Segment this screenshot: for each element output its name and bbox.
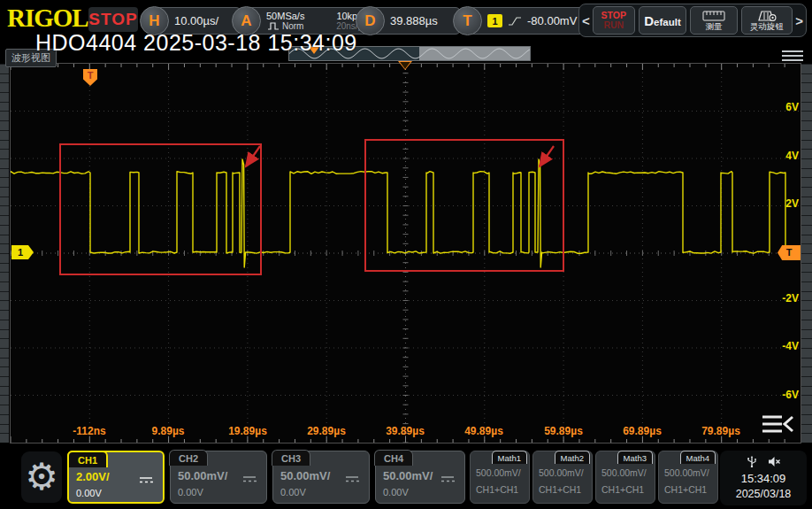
volt-label: 6V xyxy=(769,101,799,113)
math-card-math3[interactable]: Math3 500.00mV/ CH1+CH1 xyxy=(595,451,655,504)
acquire-mode: Norm xyxy=(282,21,303,31)
system-time: 15:34:09 xyxy=(720,472,807,485)
trigger-key[interactable]: T xyxy=(453,6,482,35)
view-menu-icon[interactable] xyxy=(782,50,803,63)
ch2-scale: 50.00mV/ xyxy=(178,469,227,482)
ch3-coupling-icon xyxy=(344,471,360,487)
time-label: 59.89µs xyxy=(544,425,583,437)
math-card-math2[interactable]: Math2 500.00mV/ CH1+CH1 xyxy=(532,451,593,504)
math4-source: CH1+CH1 xyxy=(664,484,707,495)
glitch-arrow xyxy=(540,146,554,166)
sample-rate: 50MSa/s xyxy=(266,12,304,21)
volt-label: 4V xyxy=(769,150,799,162)
pulse-icon xyxy=(267,21,280,30)
ch1-offset: 0.00V xyxy=(76,488,102,498)
rigol-gear-logo[interactable]: ⚙ xyxy=(21,451,62,503)
ch2-offset: 0.00V xyxy=(178,487,203,497)
stop-run-button[interactable]: STOP RUN xyxy=(593,6,635,35)
quick-button-cluster: < STOP RUN Default 测量 xyxy=(578,4,807,37)
math1-tab[interactable]: Math1 xyxy=(492,451,527,464)
rising-edge-icon xyxy=(508,16,522,27)
ch2-coupling-icon xyxy=(241,471,257,487)
math3-source: CH1+CH1 xyxy=(601,484,644,495)
ch4-tab[interactable]: CH4 xyxy=(374,450,413,466)
clock-panel[interactable]: 15:34:09 2025/03/18 xyxy=(720,451,807,505)
math1-source: CH1+CH1 xyxy=(476,484,518,495)
volt-label: -2V xyxy=(769,292,799,305)
ch1-coupling-icon xyxy=(138,472,154,488)
time-label: 29.89µs xyxy=(307,425,346,437)
time-label: -112ns xyxy=(73,425,105,437)
delay-value: 39.888µs xyxy=(390,14,438,27)
math4-scale: 500.00mV/ xyxy=(664,467,709,478)
math4-tab[interactable]: Math4 xyxy=(680,451,716,464)
math2-tab[interactable]: Math2 xyxy=(555,451,590,464)
flex-knob-label: 灵动旋钮 xyxy=(750,22,784,31)
channel-card-ch1[interactable]: CH1 2.00V/ 0.00V xyxy=(67,451,165,504)
time-label: 79.89µs xyxy=(701,425,740,437)
channel-card-ch2[interactable]: CH2 50.00mV/ 0.00V xyxy=(170,451,267,504)
bottom-status-bar: ⚙ CH1 2.00V/ 0.00V CH2 50.00mV/ 0.00V CH… xyxy=(0,448,812,509)
usb-icon xyxy=(747,456,757,467)
left-scale-ruler[interactable] xyxy=(0,64,9,443)
ch4-scale: 50.00mV/ xyxy=(383,469,433,482)
measure-button[interactable]: 测量 xyxy=(690,6,737,35)
delay-group[interactable]: D 39.888µs xyxy=(356,6,461,35)
delay-position-marker[interactable] xyxy=(398,61,412,70)
oscilloscope-screen: RIGOL STOP H 10.00µs/ A 50MSa/s Norm 10k… xyxy=(0,0,812,509)
gear-icon: ⚙ xyxy=(25,459,58,496)
trigger-level: -80.00mV xyxy=(527,14,577,27)
volt-label: 2V xyxy=(769,197,799,210)
flex-knob-button[interactable]: 灵动旋钮 xyxy=(741,6,793,35)
ruler-icon xyxy=(702,11,725,21)
ch3-tab[interactable]: CH3 xyxy=(272,450,310,466)
time-label: 69.89µs xyxy=(623,425,662,437)
speaker-mute-icon xyxy=(768,456,780,467)
time-label: 39.89µs xyxy=(386,425,425,437)
math-card-math1[interactable]: Math1 500.00mV/ CH1+CH1 xyxy=(470,451,530,504)
glitch-arrow xyxy=(246,146,260,166)
ch2-tab[interactable]: CH2 xyxy=(169,450,208,466)
math2-scale: 500.00mV/ xyxy=(539,467,584,478)
measure-label: 测量 xyxy=(705,22,722,31)
time-label: 9.89µs xyxy=(152,425,185,437)
time-label: 49.89µs xyxy=(464,425,503,437)
math3-scale: 500.00mV/ xyxy=(601,467,647,478)
horizontal-scale-value: 10.00µs/ xyxy=(174,14,218,27)
delay-key[interactable]: D xyxy=(356,6,385,35)
knob-icon xyxy=(756,10,778,21)
ch1-scale: 2.00V/ xyxy=(76,470,110,483)
ch3-offset: 0.00V xyxy=(280,487,306,497)
volt-label: -4V xyxy=(769,340,799,352)
time-label: 19.89µs xyxy=(228,425,267,437)
system-date: 2025/03/18 xyxy=(720,488,807,500)
graticule: T 1 T 6V4V2V-2V-4V-6V -112ns9.89µs19.89µ… xyxy=(11,64,801,443)
channel-card-ch4[interactable]: CH4 50.00mV/ 0.00V xyxy=(375,451,465,504)
waveform-plot xyxy=(11,64,801,443)
default-button[interactable]: Default xyxy=(639,6,687,35)
trigger-source-badge: 1 xyxy=(487,14,502,27)
delay-pill[interactable]: 39.888µs xyxy=(372,7,461,35)
ch1-tab[interactable]: CH1 xyxy=(67,451,108,467)
screenshot-title-overlay: HDO4404 2025-03-18 15:34:09 xyxy=(35,30,357,56)
collapsed-menu-icon[interactable] xyxy=(761,413,794,439)
ch4-offset: 0.00V xyxy=(383,487,409,497)
rigol-logo: RIGOL xyxy=(7,4,88,33)
nav-prev-chevron[interactable]: < xyxy=(581,13,591,28)
trigger-level-marker[interactable]: T xyxy=(778,245,801,260)
ch3-scale: 50.00mV/ xyxy=(280,469,330,482)
ch4-coupling-icon xyxy=(440,471,456,487)
volt-label: -6V xyxy=(769,389,799,401)
math2-source: CH1+CH1 xyxy=(539,484,581,495)
acquisition-status-badge: STOP xyxy=(88,7,138,32)
math3-tab[interactable]: Math3 xyxy=(617,451,653,464)
math-card-math4[interactable]: Math4 500.00mV/ CH1+CH1 xyxy=(658,451,718,504)
math1-scale: 500.00mV/ xyxy=(476,467,521,478)
channel-card-ch3[interactable]: CH3 50.00mV/ 0.00V xyxy=(272,451,370,504)
right-scale-ruler[interactable] xyxy=(801,64,812,443)
nav-next-chevron[interactable]: > xyxy=(794,13,804,28)
